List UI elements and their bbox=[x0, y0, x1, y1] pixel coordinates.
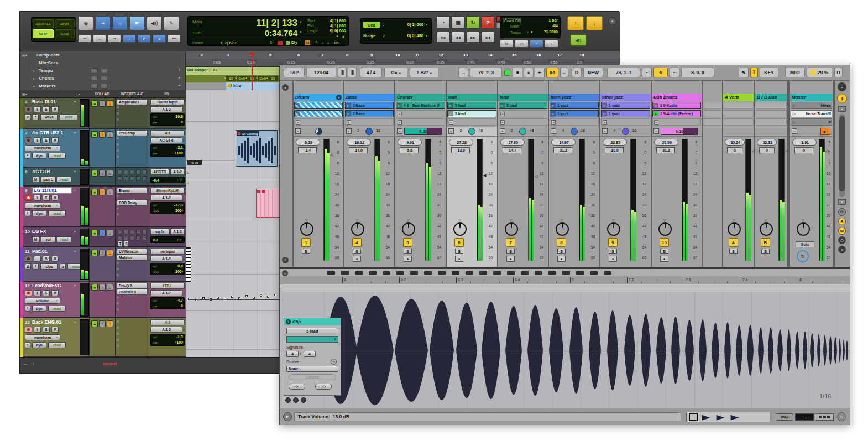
ruler-up-icon[interactable]: ↑ bbox=[91, 76, 98, 81]
arm-record-button[interactable]: ● bbox=[455, 256, 463, 262]
bar-number[interactable]: 3 bbox=[227, 53, 229, 58]
io-lcd-label[interactable]: vol bbox=[153, 335, 157, 339]
automation-breakpoint[interactable] bbox=[274, 294, 276, 296]
io-lcd-value[interactable]: -1.3 bbox=[166, 335, 183, 339]
metronome-button[interactable]: O●▾ bbox=[384, 68, 407, 77]
sample-box-toggle-icon[interactable] bbox=[293, 397, 299, 403]
insert-empty-dot[interactable] bbox=[117, 143, 119, 146]
track-s-chip[interactable]: S bbox=[43, 327, 50, 333]
edit-minitool-icon[interactable]: ╌ bbox=[78, 35, 91, 43]
view-dropdown-icon[interactable]: ▾ bbox=[56, 204, 58, 207]
track-activator-button[interactable]: B bbox=[761, 238, 770, 247]
meter-value[interactable]: 4/4 bbox=[534, 24, 558, 28]
countoff-label[interactable]: Count Off bbox=[503, 18, 521, 23]
track-options-icon[interactable]: ▾ bbox=[74, 320, 76, 324]
insert-slot-dot[interactable] bbox=[118, 230, 122, 234]
ruler-view-icon[interactable]: ▤▾ bbox=[22, 53, 27, 57]
volume-field[interactable]: 0 bbox=[794, 147, 813, 153]
ruler-down-icon[interactable]: ↓ bbox=[101, 76, 108, 81]
scene-slot[interactable]: ▷8 bbox=[791, 118, 832, 126]
ruler-up-icon[interactable]: ↑ bbox=[91, 84, 98, 89]
track-output-speaker-button[interactable]: ◀)) bbox=[570, 34, 587, 46]
bar-number[interactable]: 10 bbox=[395, 53, 400, 58]
insert-empty-dot[interactable] bbox=[117, 137, 119, 139]
ruler-add-icon[interactable]: + bbox=[178, 83, 181, 88]
disk-overload-button[interactable]: D bbox=[834, 68, 843, 77]
time-label[interactable]: 0:25 bbox=[367, 60, 374, 64]
track-view-selector[interactable]: waveform bbox=[25, 203, 60, 209]
automation-breakpoint[interactable] bbox=[253, 297, 255, 299]
audio-clip[interactable]: Gil Gowing bbox=[236, 130, 278, 167]
tempo-note-icon[interactable]: ♩▾ bbox=[527, 30, 533, 34]
io-lcd-label[interactable]: vol bbox=[153, 265, 157, 268]
pan-knob[interactable] bbox=[760, 222, 773, 236]
collab-upload-icon[interactable]: ↑ bbox=[99, 170, 106, 177]
solo-button[interactable]: S bbox=[506, 249, 515, 254]
insert-slot-dot[interactable] bbox=[130, 236, 134, 240]
insert-empty-dot[interactable] bbox=[117, 195, 119, 197]
loop-segment-marker[interactable] bbox=[341, 271, 349, 275]
mode-shuffle-button[interactable]: SHUFFLE bbox=[33, 19, 54, 28]
mode-grid-button[interactable]: GRID bbox=[55, 29, 75, 38]
insert-slot-dot[interactable] bbox=[130, 230, 134, 234]
quantization-menu[interactable]: 1 Bar▾ bbox=[410, 68, 438, 77]
main-counter-value[interactable]: 11| 2| 133 bbox=[210, 18, 297, 29]
collab-user-icon[interactable]: ● bbox=[91, 189, 98, 195]
insert-empty-dot[interactable] bbox=[117, 213, 119, 215]
insert-empty-dot[interactable] bbox=[117, 274, 119, 276]
volume-field[interactable]: -14.0 bbox=[349, 147, 368, 153]
track-x-chip[interactable] bbox=[34, 256, 41, 262]
scene-launch-icon[interactable]: ▷ bbox=[793, 120, 796, 125]
solo-button[interactable]: S bbox=[729, 249, 738, 254]
clip-launch-icon[interactable]: ▷ bbox=[295, 111, 300, 116]
track-view-selector[interactable]: waveform bbox=[25, 145, 60, 151]
track-i-chip[interactable]: I bbox=[34, 195, 41, 201]
return-clip-slot[interactable] bbox=[724, 118, 754, 126]
collab-download-icon[interactable]: ↓ bbox=[107, 131, 113, 138]
track-activator-button[interactable]: 4 bbox=[352, 238, 362, 247]
io-pan-value[interactable]: P P bbox=[177, 178, 182, 182]
loop-segment-marker[interactable] bbox=[452, 271, 459, 275]
io-output-chip[interactable]: A 1-2 bbox=[150, 106, 182, 112]
loop-segment-marker[interactable] bbox=[383, 271, 390, 275]
insert-empty-dot[interactable] bbox=[117, 308, 119, 310]
automation-breakpoint[interactable] bbox=[217, 297, 219, 299]
nudge-value[interactable]: 0| 0| 480 bbox=[389, 33, 423, 38]
track-header-other-jazz[interactable]: other jazz bbox=[600, 94, 651, 101]
loop-start-field[interactable]: 73. 1. 1 bbox=[607, 68, 640, 77]
pencil-icon[interactable]: ✎ bbox=[315, 40, 318, 45]
insert-slot-dot[interactable] bbox=[124, 176, 128, 180]
session-clip[interactable]: ▷1 9-Audio bbox=[652, 102, 701, 109]
collab-download-icon[interactable]: ↓ bbox=[107, 250, 113, 256]
track-mini-chip[interactable]: * bbox=[33, 114, 39, 120]
insert-slot-dot[interactable] bbox=[142, 230, 147, 234]
track-stop-icon[interactable]: ▪ bbox=[397, 128, 402, 134]
midi-count-button[interactable]: ▦ bbox=[451, 16, 465, 29]
transport-record-button[interactable]: P bbox=[481, 16, 495, 29]
arrangement-overview-navigator[interactable]: ▶ ▶ ▶ bbox=[686, 412, 770, 422]
timeline-insertion-follows-icon[interactable]: ← bbox=[23, 361, 28, 366]
fast-forward-button[interactable]: ▶▶ bbox=[466, 32, 480, 43]
insert-slot-dot[interactable] bbox=[118, 236, 122, 240]
crossfader-section-toggle-icon[interactable]: X bbox=[838, 246, 846, 253]
track-mini-chip[interactable]: * bbox=[33, 263, 39, 270]
pan-knob[interactable] bbox=[607, 222, 620, 236]
insert-empty-dot[interactable] bbox=[117, 106, 119, 108]
track-options-icon[interactable]: ▾ bbox=[74, 188, 76, 192]
insert-empty-dot[interactable] bbox=[117, 149, 119, 152]
return-clip-slot[interactable] bbox=[724, 102, 754, 109]
clip-launch-icon[interactable]: ▷ bbox=[653, 103, 658, 108]
bar-number[interactable]: 16 bbox=[536, 53, 541, 58]
metronome-dropdown-icon[interactable]: ▾ bbox=[399, 71, 401, 75]
midi-map-button[interactable]: MIDI bbox=[785, 68, 805, 77]
insert-plugin-chip[interactable]: Mutator bbox=[117, 255, 148, 261]
master-play-stop-icon[interactable]: ▶▪ bbox=[820, 128, 830, 135]
clip-stop-icon[interactable]: ▪ bbox=[654, 120, 658, 125]
clip-stop-slot[interactable]: ▪ bbox=[345, 118, 394, 126]
record-arm-chip[interactable] bbox=[25, 195, 32, 201]
track-header-dub-drums[interactable]: Dub Drums bbox=[652, 94, 702, 101]
track-name[interactable]: AC GTR bbox=[32, 169, 74, 174]
volume-field[interactable]: -21.2 bbox=[553, 147, 572, 153]
track-mini-chip[interactable]: M bbox=[32, 177, 39, 183]
time-label[interactable]: 0:05 bbox=[213, 60, 221, 64]
